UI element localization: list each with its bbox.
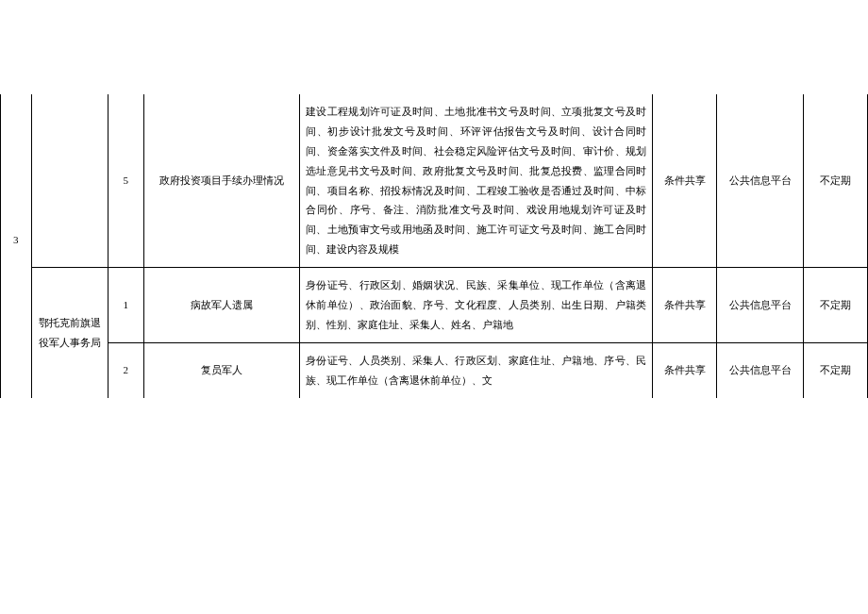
cell-num: 2 bbox=[108, 342, 143, 397]
cell-period: 不定期 bbox=[804, 342, 868, 397]
cell-platform: 公共信息平台 bbox=[716, 342, 803, 397]
cell-platform: 公共信息平台 bbox=[716, 94, 803, 268]
cell-period: 不定期 bbox=[804, 94, 868, 268]
cell-seq: 3 bbox=[1, 94, 32, 398]
table-row: 鄂托克前旗退役军人事务局 1 病故军人遗属 身份证号、行政区划、婚姻状况、民族、… bbox=[1, 268, 868, 343]
cell-share: 条件共享 bbox=[653, 342, 717, 397]
cell-num: 5 bbox=[108, 94, 143, 268]
cell-period: 不定期 bbox=[804, 268, 868, 343]
cell-num: 1 bbox=[108, 268, 143, 343]
data-table: 3 5 政府投资项目手续办理情况 建设工程规划许可证及时间、土地批准书文号及时间… bbox=[0, 94, 868, 398]
cell-share: 条件共享 bbox=[653, 268, 717, 343]
cell-dept bbox=[31, 94, 108, 268]
table-row: 2 复员军人 身份证号、人员类别、采集人、行政区划、家庭住址、户籍地、序号、民族… bbox=[1, 342, 868, 397]
cell-desc: 建设工程规划许可证及时间、土地批准书文号及时间、立项批复文号及时间、初步设计批发… bbox=[300, 94, 653, 268]
table-row: 3 5 政府投资项目手续办理情况 建设工程规划许可证及时间、土地批准书文号及时间… bbox=[1, 94, 868, 268]
cell-item: 复员军人 bbox=[143, 342, 299, 397]
cell-desc: 身份证号、行政区划、婚姻状况、民族、采集单位、现工作单位（含离退休前单位）、政治… bbox=[300, 268, 653, 343]
table-container: 3 5 政府投资项目手续办理情况 建设工程规划许可证及时间、土地批准书文号及时间… bbox=[0, 0, 868, 398]
cell-item: 病故军人遗属 bbox=[143, 268, 299, 343]
cell-dept: 鄂托克前旗退役军人事务局 bbox=[31, 268, 108, 398]
cell-desc: 身份证号、人员类别、采集人、行政区划、家庭住址、户籍地、序号、民族、现工作单位（… bbox=[300, 342, 653, 397]
cell-item: 政府投资项目手续办理情况 bbox=[143, 94, 299, 268]
cell-share: 条件共享 bbox=[653, 94, 717, 268]
cell-platform: 公共信息平台 bbox=[716, 268, 803, 343]
